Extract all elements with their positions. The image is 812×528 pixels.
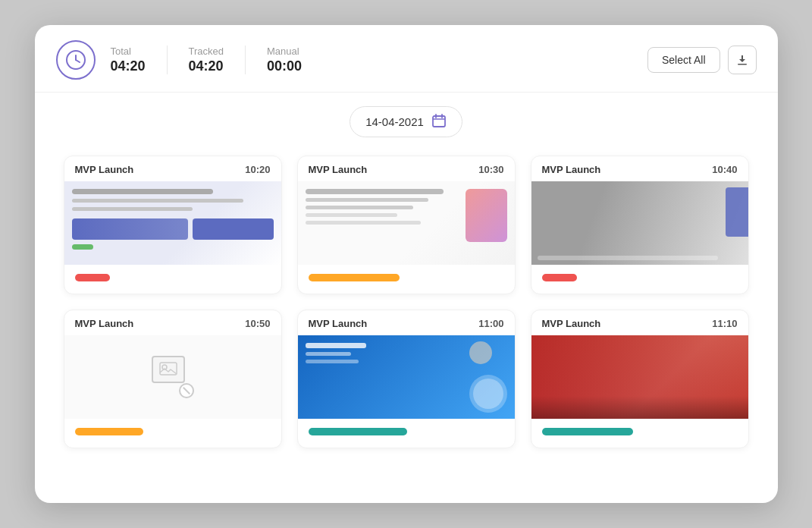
card-2-time: 10:30 — [478, 164, 503, 175]
card-5-footer — [298, 419, 515, 448]
card-4-header: MVP Launch 10:50 — [64, 310, 281, 335]
card-5-thumb — [298, 335, 515, 419]
card-2-header: MVP Launch 10:30 — [298, 156, 515, 181]
card-2-tag — [309, 274, 400, 281]
card-6-thumb — [531, 335, 748, 419]
card-3[interactable]: MVP Launch 10:40 — [531, 156, 749, 294]
manual-value: 00:00 — [267, 58, 302, 74]
card-2-footer — [298, 265, 515, 294]
card-6-title: MVP Launch — [542, 318, 601, 329]
card-4-tag — [75, 428, 143, 435]
card-4-time: 10:50 — [245, 318, 270, 329]
card-6[interactable]: MVP Launch 11:10 — [531, 310, 749, 448]
header: Total 04:20 Tracked 04:20 Manual 00:00 S… — [35, 25, 778, 93]
no-image-placeholder — [152, 356, 194, 398]
card-2-thumb — [298, 181, 515, 265]
card-1[interactable]: MVP Launch 10:20 — [64, 156, 282, 294]
card-6-header: MVP Launch 11:10 — [531, 310, 748, 335]
card-1-time: 10:20 — [245, 164, 270, 175]
card-1-header: MVP Launch 10:20 — [64, 156, 281, 181]
app-window: Total 04:20 Tracked 04:20 Manual 00:00 S… — [35, 25, 778, 503]
card-3-footer — [531, 265, 748, 294]
stat-tracked: Tracked 04:20 — [189, 46, 246, 74]
stat-group: Total 04:20 Tracked 04:20 Manual 00:00 — [111, 46, 324, 74]
card-4-title: MVP Launch — [75, 318, 134, 329]
card-6-tag — [542, 428, 633, 435]
select-all-button[interactable]: Select All — [647, 47, 720, 73]
card-3-thumb — [531, 181, 748, 265]
svg-rect-3 — [738, 64, 747, 65]
card-1-tag — [75, 274, 110, 281]
total-value: 04:20 — [111, 58, 146, 74]
card-5-time: 11:00 — [478, 318, 503, 329]
card-6-footer — [531, 419, 748, 448]
card-5[interactable]: MVP Launch 11:00 — [297, 310, 516, 448]
card-5-title: MVP Launch — [309, 318, 368, 329]
card-4[interactable]: MVP Launch 10:50 — [64, 310, 282, 448]
screenshot-grid: MVP Launch 10:20 — [35, 148, 778, 474]
card-4-footer — [64, 419, 281, 448]
stat-total: Total 04:20 — [111, 46, 168, 74]
date-value: 14-04-2021 — [365, 115, 424, 128]
card-2-title: MVP Launch — [309, 164, 368, 175]
download-icon — [735, 53, 749, 67]
card-4-thumb — [64, 335, 281, 419]
svg-line-2 — [76, 60, 80, 62]
card-3-tag — [542, 274, 577, 281]
total-label: Total — [111, 46, 131, 57]
stat-manual: Manual 00:00 — [267, 46, 323, 74]
card-1-thumb — [64, 181, 281, 265]
card-5-header: MVP Launch 11:00 — [298, 310, 515, 335]
header-actions: Select All — [647, 46, 757, 74]
calendar-icon — [431, 113, 447, 130]
download-button[interactable] — [728, 46, 757, 74]
card-1-footer — [64, 265, 281, 294]
card-3-time: 10:40 — [712, 164, 737, 175]
card-3-title: MVP Launch — [542, 164, 601, 175]
manual-label: Manual — [267, 46, 299, 57]
clock-icon — [56, 40, 96, 80]
card-1-title: MVP Launch — [75, 164, 134, 175]
svg-rect-4 — [433, 116, 445, 127]
date-picker[interactable]: 14-04-2021 — [350, 106, 462, 137]
card-5-tag — [309, 428, 407, 435]
card-3-header: MVP Launch 10:40 — [531, 156, 748, 181]
card-6-time: 11:10 — [712, 318, 737, 329]
tracked-label: Tracked — [189, 46, 224, 57]
card-2[interactable]: MVP Launch 10:30 — [297, 156, 516, 294]
date-bar: 14-04-2021 — [35, 93, 778, 148]
tracked-value: 04:20 — [189, 58, 224, 74]
